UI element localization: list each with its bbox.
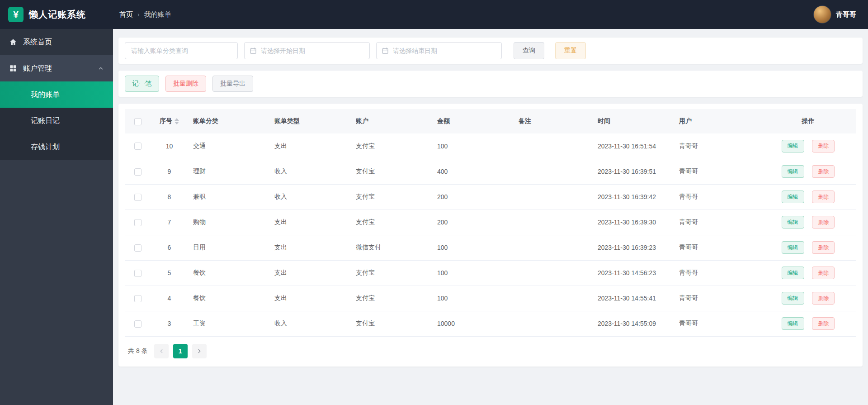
start-date-picker[interactable] xyxy=(244,42,370,59)
cell-account: 支付宝 xyxy=(351,210,433,235)
start-date-input[interactable] xyxy=(261,47,364,54)
cell-user: 青哥哥 xyxy=(675,133,760,159)
edit-button[interactable]: 编辑 xyxy=(782,241,804,254)
cell-seq: 3 xyxy=(150,311,189,336)
sidebar-item-my-bills[interactable]: 我的账单 xyxy=(0,81,113,108)
cell-category: 购物 xyxy=(189,210,270,235)
cell-amount: 10000 xyxy=(433,311,514,336)
breadcrumb-separator-icon: › xyxy=(137,11,140,18)
sidebar-item-diary[interactable]: 记账日记 xyxy=(0,108,113,134)
add-record-button[interactable]: 记一笔 xyxy=(125,76,159,92)
cell-note xyxy=(514,210,593,235)
cell-type: 支出 xyxy=(270,286,351,311)
sidebar-item-savings-plan[interactable]: 存钱计划 xyxy=(0,134,113,160)
table-row: 5 餐饮 支出 支付宝 100 2023-11-30 14:56:23 青哥哥 … xyxy=(125,260,856,286)
delete-button[interactable]: 删除 xyxy=(812,191,835,203)
delete-button[interactable]: 删除 xyxy=(812,140,835,152)
delete-button[interactable]: 删除 xyxy=(812,216,835,229)
delete-button[interactable]: 删除 xyxy=(812,292,835,305)
grid-icon xyxy=(9,64,17,72)
table-row: 3 工资 收入 支付宝 10000 2023-11-30 14:55:09 青哥… xyxy=(125,311,856,336)
cell-note xyxy=(514,133,593,159)
edit-button[interactable]: 编辑 xyxy=(782,165,804,178)
sidebar-item-account-management[interactable]: 账户管理 xyxy=(0,55,113,81)
table-header-row: 序号 账单分类 账单类型 账户 金额 备注 时间 用户 操作 xyxy=(125,109,856,133)
cell-seq: 7 xyxy=(150,210,189,235)
batch-delete-button[interactable]: 批量删除 xyxy=(165,76,206,92)
batch-export-button[interactable]: 批量导出 xyxy=(212,76,253,92)
cell-time: 2023-11-30 16:51:54 xyxy=(593,133,675,159)
edit-button[interactable]: 编辑 xyxy=(782,292,804,305)
cell-user: 青哥哥 xyxy=(675,235,760,260)
cell-select xyxy=(125,311,150,336)
cell-account: 支付宝 xyxy=(351,286,433,311)
chevron-left-icon xyxy=(158,348,165,354)
row-checkbox[interactable] xyxy=(134,219,142,226)
edit-button[interactable]: 编辑 xyxy=(782,191,804,203)
search-button[interactable]: 查询 xyxy=(514,42,544,59)
row-checkbox[interactable] xyxy=(134,194,142,201)
cell-actions: 编辑 删除 xyxy=(760,311,856,336)
row-checkbox[interactable] xyxy=(134,295,142,302)
cell-select xyxy=(125,235,150,260)
cell-type: 支出 xyxy=(270,260,351,286)
column-header-user: 用户 xyxy=(675,109,760,133)
delete-button[interactable]: 删除 xyxy=(812,267,835,279)
cell-user: 青哥哥 xyxy=(675,210,760,235)
row-checkbox[interactable] xyxy=(134,244,142,252)
app-header: ¥ 懒人记账系统 首页 › 我的账单 青哥哥 xyxy=(0,0,868,29)
avatar[interactable] xyxy=(813,5,831,24)
app-title: 懒人记账系统 xyxy=(29,9,86,21)
row-checkbox[interactable] xyxy=(134,143,142,150)
pagination: 共 8 条 1 xyxy=(125,344,856,358)
sidebar-item-label: 系统首页 xyxy=(23,38,52,47)
cell-note xyxy=(514,286,593,311)
end-date-picker[interactable] xyxy=(376,42,502,59)
cell-note xyxy=(514,184,593,210)
cell-type: 收入 xyxy=(270,159,351,184)
table-row: 8 兼职 收入 支付宝 200 2023-11-30 16:39:42 青哥哥 … xyxy=(125,184,856,210)
edit-button[interactable]: 编辑 xyxy=(782,140,804,152)
cell-category: 日用 xyxy=(189,235,270,260)
user-menu[interactable]: 青哥哥 xyxy=(813,5,856,24)
delete-button[interactable]: 删除 xyxy=(812,317,835,330)
edit-button[interactable]: 编辑 xyxy=(782,216,804,229)
cell-seq: 10 xyxy=(150,133,189,159)
page-number-button[interactable]: 1 xyxy=(173,344,188,358)
prev-page-button[interactable] xyxy=(154,344,169,358)
row-checkbox[interactable] xyxy=(134,270,142,277)
reset-button[interactable]: 重置 xyxy=(555,42,586,59)
row-checkbox[interactable] xyxy=(134,168,142,176)
cell-actions: 编辑 删除 xyxy=(760,260,856,286)
cell-category: 餐饮 xyxy=(189,260,270,286)
cell-user: 青哥哥 xyxy=(675,260,760,286)
sidebar-item-home[interactable]: 系统首页 xyxy=(0,29,113,55)
table-row: 9 理财 收入 支付宝 400 2023-11-30 16:39:51 青哥哥 … xyxy=(125,159,856,184)
cell-category: 餐饮 xyxy=(189,286,270,311)
end-date-input[interactable] xyxy=(393,47,496,54)
edit-button[interactable]: 编辑 xyxy=(782,317,804,330)
edit-button[interactable]: 编辑 xyxy=(782,267,804,279)
delete-button[interactable]: 删除 xyxy=(812,165,835,178)
breadcrumb-home[interactable]: 首页 xyxy=(119,10,133,19)
delete-button[interactable]: 删除 xyxy=(812,241,835,254)
cell-user: 青哥哥 xyxy=(675,311,760,336)
cell-actions: 编辑 删除 xyxy=(760,235,856,260)
next-page-button[interactable] xyxy=(192,344,207,358)
select-all-checkbox[interactable] xyxy=(134,118,142,125)
table-row: 4 餐饮 支出 支付宝 100 2023-11-30 14:55:41 青哥哥 … xyxy=(125,286,856,311)
cell-select xyxy=(125,210,150,235)
cell-amount: 400 xyxy=(433,159,514,184)
sort-icon[interactable] xyxy=(175,118,179,124)
column-header-category: 账单分类 xyxy=(189,109,270,133)
category-search-input[interactable] xyxy=(125,42,238,59)
row-checkbox[interactable] xyxy=(134,320,142,328)
column-header-type: 账单类型 xyxy=(270,109,351,133)
cell-account: 微信支付 xyxy=(351,235,433,260)
cell-note xyxy=(514,159,593,184)
column-header-note: 备注 xyxy=(514,109,593,133)
breadcrumb-current: 我的账单 xyxy=(144,10,171,19)
cell-time: 2023-11-30 16:39:23 xyxy=(593,235,675,260)
cell-type: 支出 xyxy=(270,235,351,260)
pagination-total: 共 8 条 xyxy=(128,347,148,355)
